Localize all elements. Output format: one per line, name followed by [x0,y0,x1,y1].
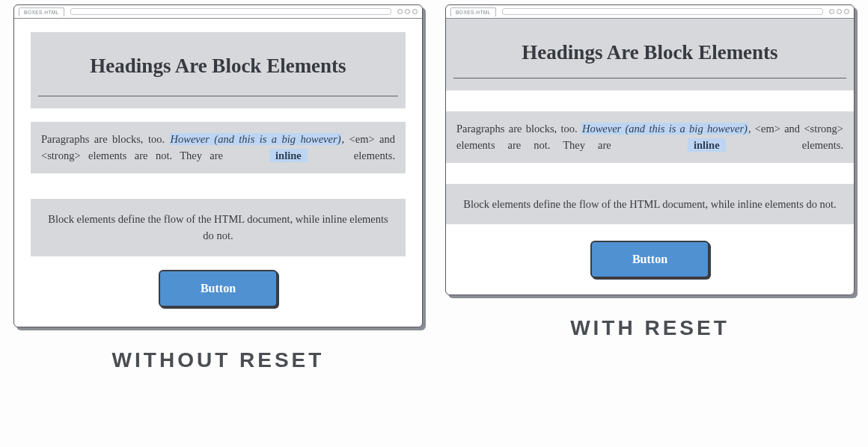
button-row: Button [446,224,854,295]
page-heading: Headings Are Block Elements [31,32,406,108]
strong-highlight: inline [688,138,726,152]
strong-highlight: inline [269,149,308,162]
window-control-icon[interactable] [837,9,842,14]
heading-rule [38,96,398,96]
button-row: Button [31,256,406,310]
em-highlight: However (and this is a big however) [581,123,748,135]
heading-text: Headings Are Block Elements [522,41,777,64]
panel-with-reset: BOXES.HTML Headings Are Block Elements P… [445,4,855,372]
window-control-icon[interactable] [412,9,418,14]
caption-without-reset: WITHOUT RESET [112,348,325,372]
url-bar[interactable] [502,8,823,15]
window-control-icon[interactable] [405,9,410,14]
heading-text: Headings Are Block Elements [90,55,346,77]
em-highlight: However (and this is a big however) [170,133,342,145]
browser-tab[interactable]: BOXES.HTML [19,7,64,16]
viewport: Headings Are Block Elements Paragraphs a… [14,19,422,327]
window-controls [829,9,849,14]
browser-window: BOXES.HTML Headings Are Block Elements P… [445,4,855,295]
paragraph-1: Paragraphs are blocks, too. However (and… [446,111,854,163]
p1-text: Paragraphs are blocks, too. [456,123,581,135]
heading-rule [453,78,846,78]
reset-gap [446,90,854,111]
p1-suffix: elements. [802,139,843,151]
window-control-icon[interactable] [844,9,849,14]
caption-with-reset: WITH RESET [570,316,730,340]
paragraph-1: Paragraphs are blocks, too. However (and… [31,122,406,173]
browser-window: BOXES.HTML Headings Are Block Elements P… [13,4,423,327]
reset-gap [446,163,854,184]
window-controls [397,9,418,14]
window-control-icon[interactable] [397,9,403,14]
paragraph-2: Block elements define the flow of the HT… [31,199,406,256]
viewport: Headings Are Block Elements Paragraphs a… [446,19,854,295]
p1-text: Paragraphs are blocks, too. [41,133,170,145]
p1-suffix: elements. [354,149,395,161]
browser-tab[interactable]: BOXES.HTML [450,7,496,16]
paragraph-2: Block elements define the flow of the HT… [446,184,854,224]
comparison-stage: BOXES.HTML Headings Are Block Elements P… [0,0,868,372]
panel-without-reset: BOXES.HTML Headings Are Block Elements P… [13,4,423,372]
window-control-icon[interactable] [829,9,834,14]
browser-titlebar: BOXES.HTML [446,5,854,19]
browser-titlebar: BOXES.HTML [14,5,422,19]
margin-gap [31,173,406,199]
demo-button[interactable]: Button [159,270,278,307]
demo-button[interactable]: Button [590,241,709,278]
url-bar[interactable] [70,8,391,15]
page-heading: Headings Are Block Elements [446,19,854,90]
